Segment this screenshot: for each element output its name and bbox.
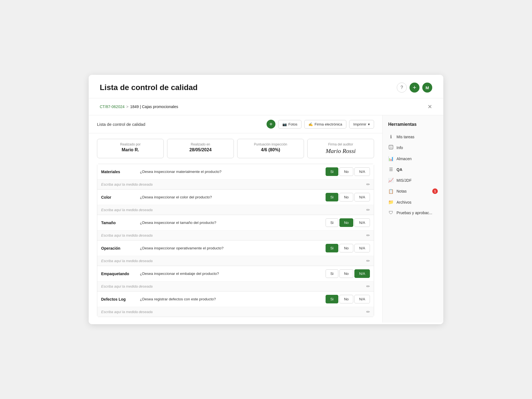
firma-value: Mario Rossi: [312, 147, 369, 155]
page-title: Lista de control de calidad: [100, 83, 198, 92]
sidebar-item-archivos[interactable]: 📁 Archivos: [383, 197, 443, 208]
category-tamaño: Tamaño: [101, 221, 137, 225]
btn-group-empaquetando: Si No N/A: [326, 269, 370, 278]
notes-materiales: Escriba aquí la medida deseada ✏: [97, 179, 374, 189]
sidebar-label-qa: QA: [397, 167, 438, 172]
btn-group-defectos: Si No N/A: [326, 295, 370, 303]
edit-notes-color[interactable]: ✏: [366, 207, 370, 213]
btn-si-tamaño[interactable]: Si: [326, 218, 338, 227]
camera-icon: 📷: [282, 122, 287, 126]
folder-icon: 📁: [388, 200, 394, 205]
chevron-down-icon: ▾: [368, 122, 370, 126]
header-actions: ? + M: [397, 83, 432, 93]
btn-na-tamaño[interactable]: N/A: [354, 218, 370, 227]
btn-no-empaquetando[interactable]: No: [339, 269, 354, 278]
btn-na-defectos[interactable]: N/A: [354, 295, 370, 303]
btn-na-materiales[interactable]: N/A: [354, 167, 370, 176]
notes-defectos: Escriba aquí la medida deseada ✏: [97, 307, 374, 317]
info-card-realizado-en: Realizado en 28/05/2024: [167, 139, 234, 158]
btn-na-operacion[interactable]: N/A: [354, 244, 370, 252]
sidebar-item-notas[interactable]: 📋 Notas 1: [383, 186, 443, 197]
btn-si-defectos[interactable]: Si: [326, 295, 338, 303]
toolbar-add-button[interactable]: +: [267, 120, 275, 129]
toolbar: Lista de control de calidad + 📷 Fotos ✍ …: [89, 115, 382, 133]
btn-no-materiales[interactable]: No: [339, 167, 354, 176]
category-materiales: Materiales: [101, 170, 137, 174]
btn-si-empaquetando[interactable]: Si: [326, 269, 338, 278]
info-card-firma: Firma del auditor Mario Rossi: [307, 139, 374, 158]
category-empaquetando: Empaquetando: [101, 272, 137, 276]
firma-button[interactable]: ✍ Firma electrónica: [304, 120, 346, 129]
question-defectos: ¿Desea registrar defectos con este produ…: [140, 297, 323, 301]
breadcrumb-current: 1849 | Cajas promocionales: [130, 104, 178, 109]
btn-no-color[interactable]: No: [339, 193, 354, 201]
btn-no-defectos[interactable]: No: [339, 295, 354, 303]
sidebar-item-info[interactable]: Info: [383, 142, 443, 153]
btn-no-tamaño[interactable]: No: [339, 218, 354, 227]
inspection-table: Materiales ¿Desea inspeccionar materialm…: [89, 164, 382, 317]
inspection-main-defectos: Defectos Log ¿Desea registrar defectos c…: [97, 291, 374, 307]
info-card-realizado-por: Realizado por Mario R.: [97, 139, 164, 158]
info-card-puntuacion: Puntuación inspección 4/6 (80%): [237, 139, 304, 158]
btn-si-operacion[interactable]: Si: [326, 244, 338, 252]
question-operacion: ¿Desea inspeccionar operativamente el pr…: [140, 246, 323, 250]
inspection-main-tamaño: Tamaño ¿Desea inspeccionar el tamaño del…: [97, 215, 374, 230]
realizado-por-value: Mario R.: [102, 147, 159, 152]
edit-notes-empaquetando[interactable]: ✏: [366, 284, 370, 289]
sidebar-label-mis-jdf: MIS/JDF: [397, 178, 438, 183]
sidebar-item-almacen[interactable]: 📊 Almacen: [383, 153, 443, 164]
sidebar-item-mis-tareas[interactable]: ℹ Mis tareas: [383, 131, 443, 142]
add-button[interactable]: +: [410, 83, 420, 93]
inspection-row-tamaño: Tamaño ¿Desea inspeccionar el tamaño del…: [97, 215, 374, 241]
question-materiales: ¿Desea inspeccionar materialmente el pro…: [140, 170, 323, 174]
edit-notes-tamaño[interactable]: ✏: [366, 233, 370, 238]
btn-na-color[interactable]: N/A: [354, 193, 370, 201]
inspection-main-empaquetando: Empaquetando ¿Desea inspeccionar el emba…: [97, 266, 374, 281]
category-defectos: Defectos Log: [101, 297, 137, 301]
edit-notes-materiales[interactable]: ✏: [366, 182, 370, 187]
inspection-row-materiales: Materiales ¿Desea inspeccionar materialm…: [97, 164, 374, 190]
breadcrumb-bar: CT/87-062024 > 1849 | Cajas promocionale…: [89, 98, 443, 115]
fotos-button[interactable]: 📷 Fotos: [278, 120, 302, 129]
svg-point-2: [391, 146, 391, 147]
sidebar-label-info: Info: [397, 145, 438, 150]
firma-label: Firma del auditor: [312, 142, 369, 146]
question-color: ¿Desea inspeccionar el color del product…: [140, 195, 323, 199]
edit-notes-operacion[interactable]: ✏: [366, 258, 370, 264]
sidebar-item-mis-jdf[interactable]: 📈 MIS/JDF: [383, 175, 443, 186]
circle-info-icon: ℹ: [388, 134, 394, 139]
breadcrumb-link[interactable]: CT/87-062024: [100, 104, 125, 109]
edit-notes-defectos[interactable]: ✏: [366, 309, 370, 314]
sidebar: Herramientas ℹ Mis tareas Info 📊 Almacen: [382, 115, 443, 323]
btn-group-color: Si No N/A: [326, 193, 370, 201]
inspection-main-operacion: Operación ¿Desea inspeccionar operativam…: [97, 241, 374, 256]
avatar: M: [422, 83, 432, 93]
inspection-row-operacion: Operación ¿Desea inspeccionar operativam…: [97, 241, 374, 266]
help-button[interactable]: ?: [397, 83, 407, 93]
notes-placeholder-defectos: Escriba aquí la medida deseada: [101, 310, 366, 314]
imprimir-button[interactable]: Imprimir ▾: [349, 120, 374, 129]
btn-si-materiales[interactable]: Si: [326, 167, 338, 176]
header: Lista de control de calidad ? + M: [89, 75, 443, 98]
main-window: Lista de control de calidad ? + M CT/87-…: [89, 75, 443, 324]
notas-badge: 1: [432, 188, 438, 194]
pen-icon: ✍: [308, 122, 313, 126]
imprimir-label: Imprimir: [353, 122, 366, 126]
content-area: Lista de control de calidad + 📷 Fotos ✍ …: [89, 115, 382, 323]
sidebar-label-notas: Notas: [397, 189, 429, 193]
btn-no-operacion[interactable]: No: [339, 244, 354, 252]
btn-na-empaquetando[interactable]: N/A: [354, 269, 370, 278]
realizado-en-value: 28/05/2024: [172, 147, 229, 152]
close-button[interactable]: ✕: [428, 103, 432, 110]
shield-icon: 🛡: [388, 210, 394, 215]
sidebar-label-archivos: Archivos: [397, 200, 438, 204]
btn-si-color[interactable]: Si: [326, 193, 338, 201]
sidebar-label-almacen: Almacen: [397, 157, 438, 161]
sidebar-item-qa[interactable]: ☰ QA: [383, 164, 443, 175]
fotos-label: Fotos: [288, 122, 298, 126]
sidebar-title: Herramientas: [383, 120, 443, 131]
notes-operacion: Escriba aquí la medida deseada ✏: [97, 256, 374, 266]
info-box-icon: [388, 145, 394, 150]
firma-label: Firma electrónica: [314, 122, 342, 126]
sidebar-item-pruebas[interactable]: 🛡 Pruebas y aprobac...: [383, 208, 443, 218]
